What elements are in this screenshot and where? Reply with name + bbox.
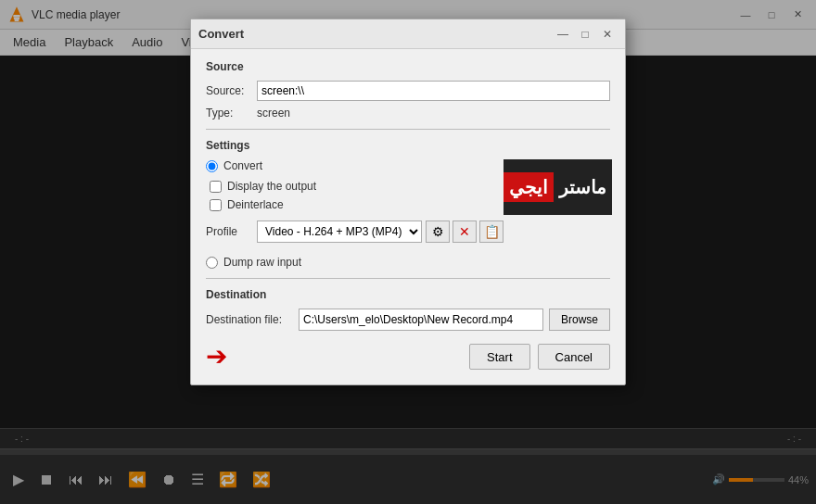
arrow-area: ➔ — [206, 344, 227, 370]
settings-inner: Convert Display the output Deinterlace — [206, 159, 610, 250]
dialog-window-controls: — □ ✕ — [553, 24, 618, 44]
destination-section-label: Destination — [206, 288, 610, 301]
profile-delete-button[interactable]: ✕ — [453, 220, 477, 243]
dest-file-label: Destination file: — [206, 313, 299, 326]
type-field-row: Type: screen — [206, 107, 610, 120]
profile-select[interactable]: Video - H.264 + MP3 (MP4) — [257, 220, 422, 243]
deinterlace-row: Deinterlace — [210, 198, 504, 211]
source-field-row: Source: — [206, 81, 610, 101]
dump-radio-label: Dump raw input — [223, 256, 301, 269]
cancel-button[interactable]: Cancel — [538, 344, 610, 370]
settings-section-label: Settings — [206, 139, 610, 152]
browse-button[interactable]: Browse — [549, 309, 610, 331]
convert-radio-row: Convert — [206, 159, 504, 172]
deinterlace-checkbox[interactable] — [210, 199, 222, 211]
source-input[interactable] — [257, 81, 610, 101]
source-section: Source Source: Type: screen — [206, 60, 610, 120]
convert-dialog: Convert — □ ✕ Source Source: Type: scree… — [190, 19, 626, 385]
dialog-minimize-button[interactable]: — — [553, 24, 573, 44]
logo-aji-text: ايجي — [504, 172, 554, 202]
type-label: Type: — [206, 107, 257, 120]
settings-section: Settings Convert Display the output — [206, 139, 610, 269]
settings-left: Convert Display the output Deinterlace — [206, 159, 504, 250]
deinterlace-label: Deinterlace — [227, 198, 284, 211]
dump-radio-row: Dump raw input — [206, 256, 610, 269]
dialog-body: Source Source: Type: screen Settings — [191, 49, 625, 384]
dump-radio[interactable] — [206, 257, 218, 269]
settings-divider — [206, 278, 610, 279]
action-row: ➔ Start Cancel — [206, 344, 610, 373]
profile-actions: ⚙ ✕ 📋 — [426, 220, 504, 243]
profile-label: Profile — [206, 225, 257, 238]
destination-section: Destination Destination file: Browse — [206, 288, 610, 331]
display-output-checkbox[interactable] — [210, 181, 222, 193]
start-arrow-icon: ➔ — [206, 344, 227, 370]
type-value: screen — [257, 107, 290, 120]
convert-radio[interactable] — [206, 160, 218, 172]
dialog-title: Convert — [198, 27, 553, 41]
source-section-label: Source — [206, 60, 610, 73]
dialog-close-button[interactable]: ✕ — [597, 24, 618, 44]
source-divider — [206, 129, 610, 130]
source-label: Source: — [206, 84, 257, 97]
display-output-row: Display the output — [210, 180, 504, 193]
brand-logo: ايجي ماستر — [504, 159, 612, 215]
modal-overlay: Convert — □ ✕ Source Source: Type: scree… — [0, 0, 816, 504]
dialog-titlebar: Convert — □ ✕ — [191, 19, 625, 49]
profile-add-button[interactable]: 📋 — [479, 220, 504, 243]
convert-radio-label: Convert — [223, 159, 262, 172]
dialog-maximize-button[interactable]: □ — [575, 24, 595, 44]
logo-master-text: ماستر — [554, 172, 612, 202]
display-output-label: Display the output — [227, 180, 316, 193]
profile-settings-button[interactable]: ⚙ — [426, 220, 450, 243]
start-button[interactable]: Start — [469, 344, 529, 370]
profile-row: Profile Video - H.264 + MP3 (MP4) ⚙ ✕ 📋 — [206, 220, 504, 243]
destination-file-row: Destination file: Browse — [206, 309, 610, 331]
destination-input[interactable] — [299, 309, 543, 331]
